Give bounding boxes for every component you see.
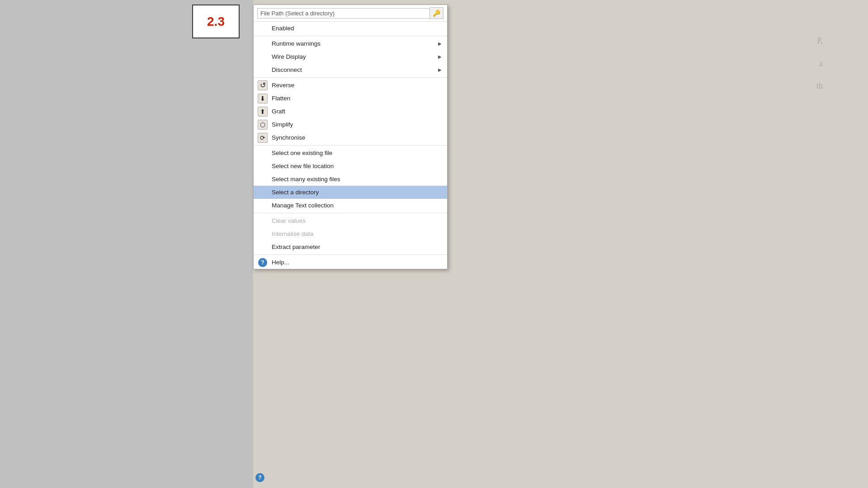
menu-item-runtime-warnings[interactable]: Runtime warnings ▶ <box>254 37 447 50</box>
context-menu: 🔑 Enabled Runtime warnings ▶ Wire Displa… <box>253 5 448 269</box>
submenu-arrow-disconnect: ▶ <box>438 67 442 72</box>
separator-5 <box>254 254 447 255</box>
menu-item-internalise: Internalise data <box>254 227 447 240</box>
help-label: Help... <box>272 259 289 266</box>
disconnect-label: Disconnect <box>272 66 302 73</box>
runtime-warnings-label: Runtime warnings <box>272 40 321 47</box>
manage-text-label: Manage Text collection <box>272 202 334 209</box>
select-directory-label: Select a directory <box>272 189 319 196</box>
menu-item-manage-text[interactable]: Manage Text collection <box>254 199 447 212</box>
help-icon-area: ? <box>257 257 268 268</box>
menu-item-select-new[interactable]: Select new file location <box>254 160 447 173</box>
browse-icon: 🔑 <box>433 9 440 17</box>
separator-2 <box>254 77 447 78</box>
clear-values-label: Clear values <box>272 217 306 224</box>
flatten-icon: ⬇ <box>257 93 268 104</box>
separator-3 <box>254 145 447 145</box>
graft-icon: ⬆ <box>257 106 268 117</box>
file-path-browse-button[interactable]: 🔑 <box>430 7 443 19</box>
menu-item-clear-values: Clear values <box>254 214 447 227</box>
wire-display-label: Wire Display <box>272 53 306 60</box>
select-existing-label: Select one existing file <box>272 150 332 156</box>
menu-item-select-existing[interactable]: Select one existing file <box>254 146 447 160</box>
menu-item-disconnect[interactable]: Disconnect ▶ <box>254 63 447 76</box>
select-many-label: Select many existing files <box>272 176 340 183</box>
menu-item-wire-display[interactable]: Wire Display ▶ <box>254 50 447 63</box>
file-path-input[interactable] <box>257 8 430 19</box>
help-circle-icon: ? <box>258 258 267 267</box>
menu-item-flatten[interactable]: ⬇ Flatten <box>254 92 447 105</box>
menu-item-graft[interactable]: ⬆ Graft <box>254 105 447 118</box>
graft-label: Graft <box>272 108 285 115</box>
menu-item-select-many[interactable]: Select many existing files <box>254 173 447 186</box>
help-sidebar-icon[interactable]: ? <box>253 473 267 482</box>
synchronise-label: Synchronise <box>272 134 305 141</box>
reverse-label: Reverse <box>272 82 294 89</box>
enabled-label: Enabled <box>272 25 294 32</box>
flatten-label: Flatten <box>272 95 290 102</box>
menu-item-extract[interactable]: Extract parameter <box>254 240 447 253</box>
separator-4 <box>254 213 447 213</box>
version-number: 2.3 <box>207 14 225 29</box>
simplify-label: Simplify <box>272 121 293 128</box>
version-badge: 2.3 <box>192 5 240 38</box>
menu-item-select-directory[interactable]: Select a directory <box>254 186 447 199</box>
simplify-icon: ⬡ <box>257 119 268 130</box>
extract-label: Extract parameter <box>272 244 320 250</box>
synchronise-icon: ⟳ <box>257 132 268 143</box>
submenu-arrow-runtime: ▶ <box>438 41 442 46</box>
menu-item-simplify[interactable]: ⬡ Simplify <box>254 118 447 131</box>
submenu-arrow-wire: ▶ <box>438 54 442 59</box>
menu-item-help[interactable]: ? Help... <box>254 256 447 269</box>
select-new-label: Select new file location <box>272 163 334 169</box>
menu-item-enabled[interactable]: Enabled <box>254 22 447 35</box>
reverse-icon: ↺ <box>257 80 268 91</box>
menu-item-reverse[interactable]: ↺ Reverse <box>254 79 447 92</box>
separator-1 <box>254 36 447 36</box>
internalise-label: Internalise data <box>272 230 313 237</box>
menu-item-synchronise[interactable]: ⟳ Synchronise <box>254 131 447 144</box>
file-path-row: 🔑 <box>254 5 447 22</box>
